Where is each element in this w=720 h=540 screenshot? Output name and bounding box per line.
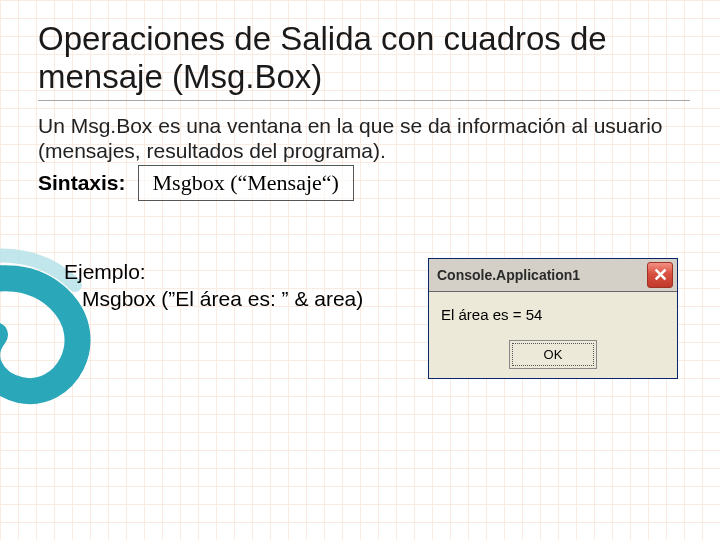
close-icon: ✕ <box>653 264 668 286</box>
example-label: Ejemplo: <box>64 259 394 285</box>
message-box-title: Console.Application1 <box>437 267 647 283</box>
example-code: Msgbox (”El área es: ” & area) <box>82 286 394 312</box>
sintaxis-label: Sintaxis: <box>38 171 126 195</box>
ok-button[interactable]: OK <box>512 343 594 366</box>
syntax-code-box: Msgbox (“Mensaje“) <box>138 165 354 201</box>
message-box-text: El área es = 54 <box>441 306 665 323</box>
message-box-titlebar[interactable]: Console.Application1 ✕ <box>429 259 677 292</box>
close-button[interactable]: ✕ <box>647 262 673 288</box>
slide-title: Operaciones de Salida con cuadros de men… <box>38 20 690 101</box>
intro-text: Un Msg.Box es una ventana en la que se d… <box>38 113 690 163</box>
message-box-window: Console.Application1 ✕ El área es = 54 O… <box>428 258 678 379</box>
